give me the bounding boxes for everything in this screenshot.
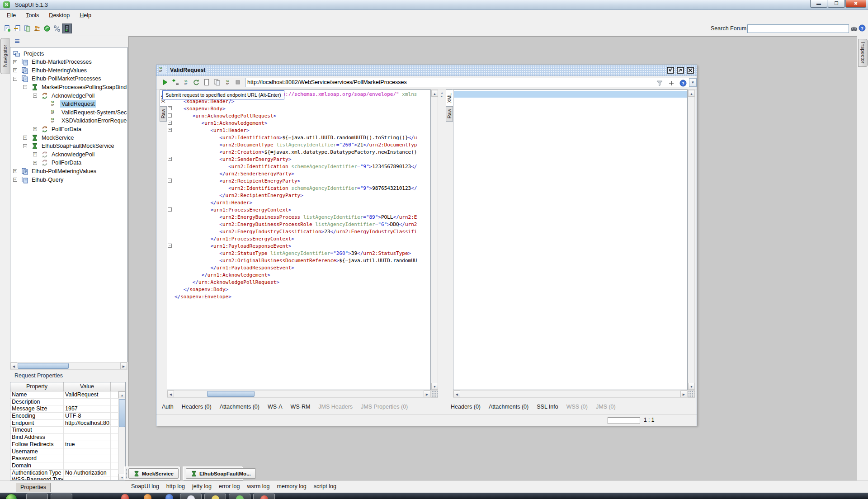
request-window-titlebar[interactable]: SOAP ValidRequest: [156, 65, 697, 76]
expand-icon[interactable]: +: [33, 127, 37, 131]
scroll-right-icon[interactable]: ▶: [680, 391, 687, 397]
request-vertical-scrollbar[interactable]: ▲ ▼: [431, 89, 438, 390]
tree-item-pollfordata[interactable]: +PollForData: [10, 125, 127, 133]
add-endpoint-button[interactable]: [667, 79, 675, 88]
tree-item-marketprocessespollingsoapbinding[interactable]: −MarketProcessesPollingSoapBinding: [10, 83, 127, 91]
start-orb-icon[interactable]: [5, 494, 17, 499]
property-value[interactable]: [64, 476, 111, 480]
editor-tab-raw[interactable]: Raw: [446, 106, 453, 122]
proxy-button[interactable]: [62, 24, 72, 33]
navigator-tab[interactable]: Navigator: [0, 38, 9, 74]
add-to-testcase-button[interactable]: [171, 78, 179, 87]
editor-tab-raw[interactable]: Raw: [160, 106, 167, 122]
tree-item-validrequest[interactable]: SOAPValidRequest: [10, 100, 127, 108]
tree-item-elhub-pollmarketprocesses[interactable]: −Elhub-PollMarketProcesses: [10, 75, 127, 83]
scrollbar-thumb[interactable]: [18, 363, 69, 369]
fold-collapse-icon[interactable]: −: [168, 244, 172, 248]
property-value[interactable]: [64, 427, 111, 433]
editor-tab-xml[interactable]: XML: [446, 89, 453, 106]
internal-maximize-icon[interactable]: [677, 67, 684, 74]
log-tab-memory-log[interactable]: memory log: [277, 483, 307, 490]
tree-item-mockservice[interactable]: +MockService: [10, 133, 127, 142]
fold-collapse-icon[interactable]: −: [168, 128, 172, 132]
menu-item-desktop[interactable]: Desktop: [44, 11, 75, 20]
cancel-request-button[interactable]: [234, 78, 242, 87]
request-tab-ws-rm[interactable]: WS-RM: [291, 404, 311, 410]
log-tab-soapui-log[interactable]: SoapUI log: [131, 483, 159, 490]
fold-collapse-icon[interactable]: −: [168, 207, 172, 212]
taskbar-button[interactable]: [180, 494, 202, 499]
request-tab-ws-a[interactable]: WS-A: [268, 404, 283, 410]
internal-minimize-icon[interactable]: [667, 67, 674, 74]
log-tab-error-log[interactable]: error log: [219, 483, 240, 490]
log-tab-script-log[interactable]: script log: [314, 483, 336, 490]
response-editor-corner-icon[interactable]: [688, 390, 695, 398]
new-project-button[interactable]: [2, 24, 12, 33]
soapui-starter-page-button[interactable]: [42, 24, 52, 33]
menu-item-file[interactable]: File: [2, 11, 21, 20]
scroll-up-icon[interactable]: ▲: [688, 90, 695, 97]
request-horizontal-scrollbar[interactable]: ◀ ▶: [167, 390, 431, 398]
property-value[interactable]: [64, 399, 111, 405]
fold-collapse-icon[interactable]: −: [168, 106, 172, 110]
property-value[interactable]: No Authorization: [64, 470, 111, 476]
property-value[interactable]: [64, 455, 111, 462]
internal-close-icon[interactable]: [687, 67, 694, 74]
endpoint-dropdown-icon[interactable]: ▼: [689, 78, 697, 87]
expand-icon[interactable]: +: [13, 60, 17, 64]
scroll-left-icon[interactable]: ◀: [453, 391, 460, 397]
scroll-left-icon[interactable]: ◀: [10, 362, 17, 369]
status-field[interactable]: [608, 417, 640, 424]
fold-collapse-icon[interactable]: −: [168, 179, 172, 183]
tree-item-acknowledgepoll[interactable]: +AcknowledgePoll: [10, 150, 127, 159]
collapse-icon[interactable]: −: [23, 85, 27, 89]
tree-item-projects[interactable]: Projects: [10, 49, 127, 58]
property-value[interactable]: 1957: [64, 405, 111, 412]
ws-addressing-button[interactable]: SOAP: [223, 78, 231, 87]
column-header-property[interactable]: Property: [10, 382, 64, 391]
taskbar-button[interactable]: [229, 494, 250, 499]
import-project-button[interactable]: [12, 24, 22, 33]
expand-icon[interactable]: +: [13, 178, 17, 182]
taskbar-button[interactable]: [51, 494, 72, 499]
property-value[interactable]: true: [64, 441, 111, 448]
recreate-request-button[interactable]: [192, 78, 200, 87]
scroll-up-icon[interactable]: ▲: [431, 90, 438, 97]
collapse-icon[interactable]: −: [23, 144, 27, 148]
response-horizontal-scrollbar[interactable]: ◀ ▶: [453, 390, 688, 398]
response-tab-headers-0[interactable]: Headers (0): [451, 404, 481, 410]
tree-horizontal-scrollbar[interactable]: ◀ ▶: [10, 362, 127, 370]
response-tab-ssl-info[interactable]: SSL Info: [537, 404, 558, 410]
log-tab-jetty-log[interactable]: jetty log: [192, 483, 212, 490]
save-all-projects-button[interactable]: [22, 24, 32, 33]
request-xml-editor[interactable]: <soapenv:Envelope xmlns:soapenv="http://…: [167, 89, 431, 390]
scrollbar-thumb[interactable]: [119, 399, 125, 427]
log-tab-wsrm-log[interactable]: wsrm log: [247, 483, 270, 490]
property-value[interactable]: http://localhost:80...: [64, 420, 111, 427]
log-tab-http-log[interactable]: http log: [166, 483, 185, 490]
scroll-down-icon[interactable]: ▼: [688, 383, 695, 390]
response-xml-editor[interactable]: [453, 89, 688, 390]
scroll-left-icon[interactable]: ◀: [167, 391, 174, 397]
scroll-down-icon[interactable]: ▼: [431, 383, 438, 390]
tree-item-validrequest-system-securi[interactable]: SOAPValidRequest-System/Securi: [10, 108, 127, 117]
create-empty-button[interactable]: [203, 78, 211, 87]
endpoint-combo[interactable]: http://localhost:8082/WebService/service…: [245, 78, 697, 87]
tree-item-elhub-meteringvalues[interactable]: +Elhub-MeteringValues: [10, 66, 127, 75]
fold-collapse-icon[interactable]: −: [168, 113, 172, 118]
fold-collapse-icon[interactable]: −: [168, 121, 172, 125]
splitter-collapse-icons[interactable]: ◂▸: [439, 91, 445, 98]
taskbar-app-icon[interactable]: [144, 494, 151, 499]
tree-item-xsdvalidationerrorrequest[interactable]: SOAPXSDValidationErrorRequest: [10, 117, 127, 125]
tree-options-icon[interactable]: [14, 38, 22, 46]
edit-current-endpoint-button[interactable]: [656, 79, 664, 88]
expand-icon[interactable]: +: [33, 161, 37, 165]
property-value[interactable]: [64, 434, 111, 441]
restore-window-button[interactable]: MockService: [128, 468, 179, 479]
submit-request-button[interactable]: [161, 78, 169, 87]
scroll-up-icon[interactable]: ▲: [118, 391, 126, 398]
collapse-icon[interactable]: −: [33, 94, 37, 98]
tree-item-elhub-pollmeteringvalues[interactable]: +Elhub-PollMeteringValues: [10, 167, 127, 175]
launch-forum-button[interactable]: [32, 24, 42, 33]
property-value[interactable]: [64, 448, 111, 455]
